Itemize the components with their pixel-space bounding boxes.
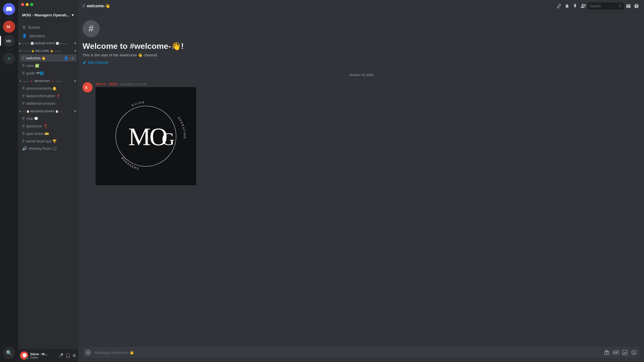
- add-server-button[interactable]: +: [3, 52, 15, 64]
- user-controls: 🎤 🎧 ⚙: [58, 353, 76, 358]
- user-info: Steve - M... Online: [30, 352, 56, 359]
- speaker-icon: 🔊: [22, 146, 27, 151]
- mac-window-controls: [18, 0, 36, 9]
- add-channel-icon[interactable]: +: [74, 109, 76, 114]
- top-bar: # welcome-👋: [78, 0, 644, 12]
- channel-header: # welcome-👋: [83, 3, 110, 9]
- sidebar-section-server-stats: ▶ -------- 📊 SERVER STATS 📊 -------- +: [18, 40, 78, 47]
- channel-name-label: server-level-ups-🏆: [26, 139, 74, 143]
- user-settings-icon[interactable]: 🔍: [3, 347, 15, 359]
- deafen-icon[interactable]: 🎧: [65, 353, 71, 358]
- settings-icon[interactable]: ⚙: [71, 56, 74, 60]
- channel-intro-icon: #: [83, 20, 100, 37]
- channel-intro-title: Welcome to #welcome-👋!: [83, 41, 640, 51]
- search-input[interactable]: [590, 4, 617, 8]
- notification-settings-icon[interactable]: [555, 3, 562, 10]
- sticker-icon[interactable]: [621, 348, 629, 356]
- input-actions: GIF: [603, 348, 638, 356]
- sidebar-item-lastest-information[interactable]: # lastest-information-❗: [20, 92, 76, 99]
- channel-name-label: lastest-information-❗: [26, 94, 74, 98]
- add-channel-icon[interactable]: +: [74, 49, 76, 53]
- sidebar-item-welcome[interactable]: # welcome-👋 👤+ ⚙: [20, 54, 76, 62]
- category-welcome[interactable]: ▼ -------- 👋 WELCOME 👋 -------- +: [18, 48, 78, 54]
- user-avatar[interactable]: [20, 351, 28, 359]
- svg-point-18: [634, 352, 635, 352]
- mute-icon[interactable]: 🎤: [58, 353, 64, 358]
- sidebar-item-announcements[interactable]: # announcements-🔔: [20, 85, 76, 92]
- channel-intro: # Welcome to #welcome-👋! This is the sta…: [78, 12, 644, 69]
- svg-point-16: [632, 350, 636, 355]
- sidebar: MOG - Managers Operati... ▼ 🗓 Events 👤 M…: [18, 0, 78, 362]
- message-input-container: GIF: [83, 347, 640, 358]
- hash-icon: #: [22, 131, 25, 136]
- rail-divider: [5, 18, 13, 18]
- category-message-board[interactable]: ▼ --- 📋 MESSAGE BOARD 📋 --- +: [18, 108, 78, 115]
- chevron-down-icon: ▼: [19, 50, 22, 52]
- mac-close-button[interactable]: [21, 3, 24, 6]
- chevron-down-icon: ▼: [19, 80, 22, 83]
- sidebar-section-welcome: ▼ -------- 👋 WELCOME 👋 -------- + # welc…: [18, 48, 78, 77]
- top-bar-actions: [555, 3, 640, 10]
- sidebar-item-questions[interactable]: # questions- ❓: [20, 122, 76, 130]
- add-attachment-button[interactable]: [83, 347, 94, 358]
- channel-name-label: Meeting Room 🎧: [29, 147, 57, 151]
- user-settings-icon[interactable]: ⚙: [72, 353, 76, 358]
- server-icon-mog-dark[interactable]: MS: [3, 35, 15, 47]
- pin-icon[interactable]: [572, 3, 579, 10]
- message-text-input[interactable]: [95, 347, 602, 358]
- sidebar-content: 🗓 Events 👤 Members ▶ -------- 📊 SERVER S…: [18, 21, 78, 349]
- channel-name-label: chat-💬: [26, 117, 74, 121]
- add-channel-icon[interactable]: +: [74, 79, 76, 83]
- channel-name-label: open-ticket-🎫: [26, 132, 74, 136]
- add-member-icon[interactable]: 👤+: [64, 56, 70, 60]
- calendar-icon: 🗓: [22, 25, 26, 29]
- edit-channel-button[interactable]: Edit Channel: [83, 60, 108, 64]
- svg-text:G: G: [162, 129, 174, 149]
- hash-icon: #: [22, 138, 25, 144]
- sidebar-section-message-board: ▼ --- 📋 MESSAGE BOARD 📋 --- + # chat-💬 #…: [18, 108, 78, 152]
- channel-name-label: rules-✅: [26, 64, 74, 68]
- sidebar-item-events[interactable]: 🗓 Events: [18, 23, 78, 31]
- svg-text:MO: MO: [128, 123, 167, 151]
- help-icon[interactable]: [633, 3, 640, 10]
- sidebar-item-server-level-ups[interactable]: # server-level-ups-🏆: [20, 137, 76, 145]
- svg-text:M: M: [7, 25, 10, 29]
- members-label: Members: [29, 34, 45, 38]
- status-indicator: [26, 357, 28, 360]
- channel-name-label: additional-services: [26, 101, 74, 105]
- user-bar: Steve - M... Online 🎤 🎧 ⚙: [18, 349, 78, 362]
- sidebar-item-guide[interactable]: # guide-🗺🌐: [20, 69, 76, 77]
- category-important[interactable]: ▼ ------- ❗ IMPORTANT ❗ ------- +: [18, 78, 78, 84]
- inbox-icon[interactable]: [625, 3, 632, 10]
- members-list-icon[interactable]: [580, 3, 587, 10]
- discord-home-icon[interactable]: [3, 3, 15, 15]
- message-avatar[interactable]: S: [83, 82, 93, 92]
- sidebar-item-chat[interactable]: # chat-💬: [20, 115, 76, 122]
- category-label: --- 📋 MESSAGE BOARD 📋 ---: [23, 110, 62, 113]
- members-icon: 👤: [22, 33, 27, 38]
- message-author[interactable]: Steve - MOG: [96, 82, 118, 86]
- channel-name-label: welcome-👋: [26, 56, 62, 60]
- search-bar[interactable]: [588, 3, 624, 10]
- gift-icon[interactable]: [603, 348, 611, 356]
- gif-label: GIF: [613, 350, 619, 354]
- chevron-icon: ▶: [19, 42, 21, 45]
- gif-button[interactable]: GIF: [612, 348, 620, 356]
- bell-icon[interactable]: [564, 3, 571, 10]
- server-header[interactable]: MOG - Managers Operati... ▼: [18, 9, 78, 21]
- sidebar-item-rules[interactable]: # rules-✅: [20, 62, 76, 69]
- mac-minimize-button[interactable]: [26, 3, 29, 6]
- server-icon-mog-red[interactable]: M: [3, 21, 15, 33]
- mac-maximize-button[interactable]: [30, 3, 33, 6]
- input-bar: GIF: [78, 347, 644, 362]
- emoji-button[interactable]: [630, 348, 638, 356]
- sidebar-section-important: ▼ ------- ❗ IMPORTANT ❗ ------- + # anno…: [18, 78, 78, 107]
- edit-icon: [83, 60, 87, 64]
- message-area: # Welcome to #welcome-👋! This is the sta…: [78, 12, 644, 347]
- add-channel-icon[interactable]: +: [74, 41, 76, 46]
- sidebar-item-additional-services[interactable]: # additional-services: [20, 100, 76, 107]
- category-server-stats[interactable]: ▶ -------- 📊 SERVER STATS 📊 -------- +: [18, 40, 78, 47]
- sidebar-item-meeting-room[interactable]: 🔊 Meeting Room 🎧: [20, 145, 76, 152]
- sidebar-item-open-ticket[interactable]: # open-ticket-🎫: [20, 130, 76, 137]
- sidebar-item-members[interactable]: 👤 Members: [18, 31, 78, 40]
